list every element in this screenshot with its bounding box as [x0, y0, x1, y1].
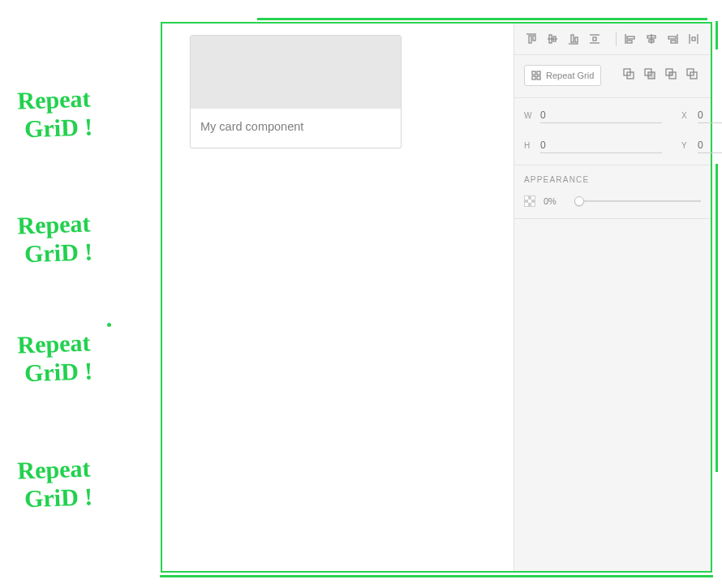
repeat-grid-icon [531, 71, 541, 80]
repeat-grid-label: Repeat Grid [546, 71, 594, 80]
svg-rect-27 [537, 76, 540, 79]
separator [616, 32, 617, 46]
card-title: My card component [191, 109, 401, 133]
design-canvas[interactable]: My card component [162, 24, 514, 571]
height-input[interactable] [540, 138, 662, 153]
x-input[interactable] [698, 108, 722, 123]
svg-rect-1 [529, 36, 531, 43]
annotation-repeat-grid: Repeat GriD ! [17, 328, 93, 387]
width-label: W [524, 111, 532, 120]
svg-rect-14 [627, 41, 632, 43]
y-input[interactable] [698, 138, 722, 153]
align-bottom-icon[interactable] [565, 30, 582, 48]
annotation-repeat-grid: Repeat GriD ! [17, 209, 93, 268]
svg-rect-11 [593, 37, 596, 41]
x-label: X [681, 111, 690, 120]
svg-rect-31 [648, 72, 655, 79]
repeat-grid-button[interactable]: Repeat Grid [524, 65, 601, 86]
annotation-repeat-grid: Repeat GriD ! [17, 84, 93, 143]
opacity-slider[interactable] [574, 195, 701, 207]
boolean-subtract-icon[interactable] [644, 68, 659, 83]
svg-rect-13 [627, 36, 634, 39]
svg-rect-7 [571, 35, 574, 42]
annotation-repeat-grid: Repeat GriD ! [17, 454, 93, 513]
distribute-horizontal-icon[interactable] [685, 30, 703, 48]
boolean-intersect-icon[interactable] [665, 68, 680, 83]
align-center-icon[interactable] [642, 30, 660, 48]
opacity-value: 0% [544, 196, 566, 206]
card-image-placeholder [191, 36, 401, 109]
appearance-section-label: APPEARANCE [524, 175, 701, 184]
svg-rect-35 [669, 72, 673, 75]
opacity-swatch-icon [524, 195, 535, 207]
properties-panel: Repeat Grid [514, 24, 711, 571]
svg-rect-2 [533, 36, 535, 41]
boolean-exclude-icon[interactable] [686, 68, 701, 83]
card-component[interactable]: My card component [190, 35, 402, 148]
y-label: Y [681, 141, 690, 150]
svg-rect-24 [532, 71, 535, 75]
align-top-icon[interactable] [522, 30, 540, 48]
opacity-slider-thumb[interactable] [574, 196, 584, 206]
svg-rect-23 [692, 37, 695, 41]
distribute-vertical-icon[interactable] [586, 30, 604, 48]
align-left-icon[interactable] [621, 30, 639, 48]
align-middle-icon[interactable] [544, 30, 561, 48]
boolean-union-icon[interactable] [623, 68, 638, 83]
svg-rect-20 [671, 41, 676, 43]
svg-rect-19 [668, 36, 676, 39]
svg-rect-26 [532, 76, 535, 79]
boolean-operations [623, 68, 701, 83]
dimensions-group: W X H Y [524, 108, 701, 153]
app-window: My card component [161, 22, 712, 573]
width-input[interactable] [540, 108, 662, 123]
height-label: H [524, 141, 532, 150]
alignment-toolbar [522, 30, 703, 48]
svg-rect-25 [537, 71, 540, 75]
align-right-icon[interactable] [664, 30, 681, 48]
svg-rect-8 [575, 37, 578, 42]
